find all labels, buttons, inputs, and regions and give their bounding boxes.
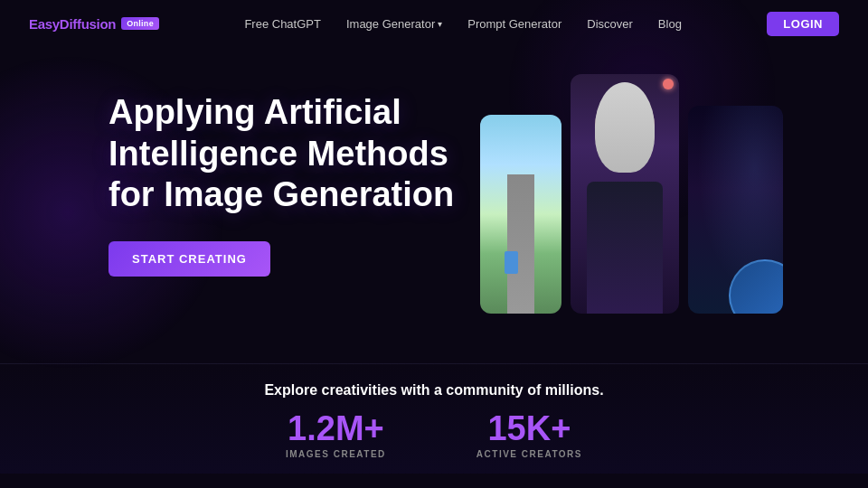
nav-item-blog[interactable]: Blog [658, 15, 682, 32]
login-button[interactable]: LOGIN [767, 12, 839, 36]
hero-section: Applying Artificial Intelligence Methods… [0, 47, 868, 363]
nav-item-chatgpt[interactable]: Free ChatGPT [244, 15, 321, 32]
start-creating-button[interactable]: START CREATING [108, 241, 270, 277]
images-created-label: IMAGES CREATED [286, 449, 386, 459]
stats-section: Explore creativities with a community of… [0, 363, 868, 474]
logo-badge: Online [121, 17, 159, 30]
landscape-illustration [480, 115, 561, 314]
stat-images-created: 1.2M+ IMAGES CREATED [286, 411, 386, 459]
navbar: EasyDiffusion Online Free ChatGPT Image … [0, 0, 868, 47]
stats-tagline: Explore creativities with a community of… [0, 382, 868, 399]
nav-item-discover[interactable]: Discover [587, 15, 633, 32]
anime-illustration [571, 74, 679, 314]
image-card-astronaut [688, 106, 783, 314]
nav-link-prompt-generator[interactable]: Prompt Generator [467, 17, 561, 31]
anime-hair [595, 82, 655, 173]
stats-numbers: 1.2M+ IMAGES CREATED 15K+ ACTIVE CREATOR… [0, 411, 868, 459]
logo-text: EasyDiffusion [29, 16, 116, 32]
active-creators-number: 15K+ [487, 411, 571, 446]
hero-title: Applying Artificial Intelligence Methods… [108, 92, 470, 216]
hero-text: Applying Artificial Intelligence Methods… [108, 74, 470, 277]
nav-link-chatgpt[interactable]: Free ChatGPT [244, 17, 321, 31]
nav-item-prompt-generator[interactable]: Prompt Generator [467, 15, 561, 32]
astronaut-illustration [688, 106, 783, 314]
logo[interactable]: EasyDiffusion Online [29, 16, 159, 32]
stat-active-creators: 15K+ ACTIVE CREATORS [476, 411, 582, 459]
nav-link-blog[interactable]: Blog [658, 17, 682, 31]
anime-head [595, 86, 655, 170]
nav-item-image-generator[interactable]: Image Generator [346, 17, 442, 31]
active-creators-label: ACTIVE CREATORS [476, 449, 582, 459]
nav-links: Free ChatGPT Image Generator Prompt Gene… [244, 15, 681, 32]
nav-link-discover[interactable]: Discover [587, 17, 633, 31]
flower-decoration [663, 79, 674, 89]
image-card-anime [571, 74, 679, 314]
anime-body [587, 182, 663, 314]
images-created-number: 1.2M+ [288, 411, 384, 446]
image-card-landscape [480, 115, 561, 314]
hero-images [480, 74, 783, 323]
nav-link-image-generator[interactable]: Image Generator [346, 17, 442, 31]
